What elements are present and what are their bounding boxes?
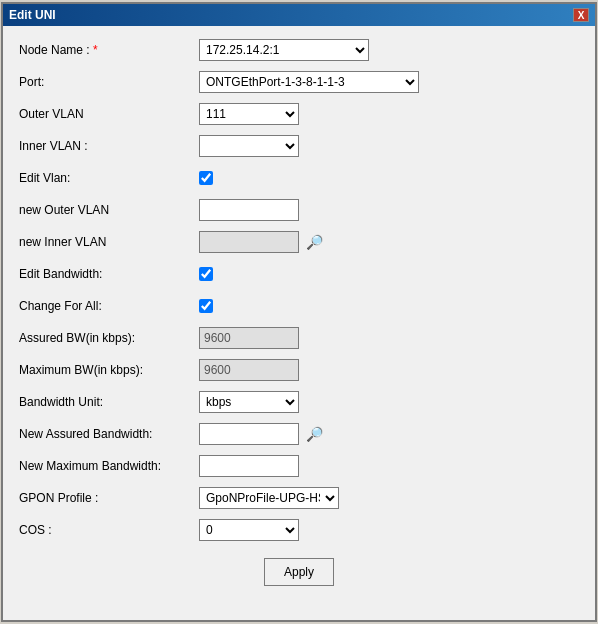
- new-inner-vlan-label: new Inner VLAN: [19, 235, 199, 249]
- bw-unit-label: Bandwidth Unit:: [19, 395, 199, 409]
- new-max-bw-input[interactable]: [199, 455, 299, 477]
- node-name-select[interactable]: 172.25.14.2:1: [199, 39, 369, 61]
- apply-button[interactable]: Apply: [264, 558, 334, 586]
- port-select[interactable]: ONTGEthPort-1-3-8-1-1-3: [199, 71, 419, 93]
- change-for-all-row: Change For All:: [19, 294, 579, 318]
- new-assured-bw-input[interactable]: [199, 423, 299, 445]
- assured-bw-row: Assured BW(in kbps):: [19, 326, 579, 350]
- inner-vlan-row: Inner VLAN :: [19, 134, 579, 158]
- cos-label: COS :: [19, 523, 199, 537]
- new-max-bw-row: New Maximum Bandwidth:: [19, 454, 579, 478]
- outer-vlan-field-group: 111: [199, 103, 299, 125]
- new-inner-vlan-search-icon[interactable]: 🔎: [303, 231, 325, 253]
- edit-vlan-label: Edit Vlan:: [19, 171, 199, 185]
- node-name-label: Node Name :: [19, 43, 199, 57]
- change-for-all-checkbox[interactable]: [199, 299, 213, 313]
- new-outer-vlan-input[interactable]: [199, 199, 299, 221]
- gpon-profile-row: GPON Profile : GpoNProFile-UPG-HSI: [19, 486, 579, 510]
- outer-vlan-select[interactable]: 111: [199, 103, 299, 125]
- port-label: Port:: [19, 75, 199, 89]
- bw-unit-row: Bandwidth Unit: kbps Mbps: [19, 390, 579, 414]
- bw-unit-select[interactable]: kbps Mbps: [199, 391, 299, 413]
- gpon-profile-label: GPON Profile :: [19, 491, 199, 505]
- inner-vlan-field-group: [199, 135, 299, 157]
- title-bar: Edit UNI X: [3, 4, 595, 26]
- edit-vlan-row: Edit Vlan:: [19, 166, 579, 190]
- close-button[interactable]: X: [573, 8, 589, 22]
- new-inner-vlan-input[interactable]: [199, 231, 299, 253]
- max-bw-label: Maximum BW(in kbps):: [19, 363, 199, 377]
- apply-row: Apply: [19, 558, 579, 586]
- node-name-row: Node Name : 172.25.14.2:1: [19, 38, 579, 62]
- new-max-bw-label: New Maximum Bandwidth:: [19, 459, 199, 473]
- new-inner-vlan-field-group: 🔎: [199, 231, 325, 253]
- max-bw-row: Maximum BW(in kbps):: [19, 358, 579, 382]
- new-assured-bw-search-icon[interactable]: 🔎: [303, 423, 325, 445]
- new-assured-bw-field-group: 🔎: [199, 423, 325, 445]
- max-bw-input: [199, 359, 299, 381]
- cos-select[interactable]: 0 1 2 3 4 5 6 7: [199, 519, 299, 541]
- window-title: Edit UNI: [9, 8, 56, 22]
- edit-bandwidth-row: Edit Bandwidth:: [19, 262, 579, 286]
- node-name-field-group: 172.25.14.2:1: [199, 39, 369, 61]
- new-outer-vlan-row: new Outer VLAN: [19, 198, 579, 222]
- gpon-profile-select[interactable]: GpoNProFile-UPG-HSI: [199, 487, 339, 509]
- form-content: Node Name : 172.25.14.2:1 Port: ONTGEthP…: [3, 26, 595, 620]
- edit-uni-window: Edit UNI X Node Name : 172.25.14.2:1 Por…: [1, 2, 597, 622]
- assured-bw-input: [199, 327, 299, 349]
- inner-vlan-label: Inner VLAN :: [19, 139, 199, 153]
- edit-bandwidth-checkbox[interactable]: [199, 267, 213, 281]
- cos-row: COS : 0 1 2 3 4 5 6 7: [19, 518, 579, 542]
- outer-vlan-label: Outer VLAN: [19, 107, 199, 121]
- assured-bw-label: Assured BW(in kbps):: [19, 331, 199, 345]
- edit-vlan-checkbox[interactable]: [199, 171, 213, 185]
- new-inner-vlan-row: new Inner VLAN 🔎: [19, 230, 579, 254]
- port-row: Port: ONTGEthPort-1-3-8-1-1-3: [19, 70, 579, 94]
- inner-vlan-select[interactable]: [199, 135, 299, 157]
- new-assured-bw-label: New Assured Bandwidth:: [19, 427, 199, 441]
- edit-bandwidth-label: Edit Bandwidth:: [19, 267, 199, 281]
- port-field-group: ONTGEthPort-1-3-8-1-1-3: [199, 71, 419, 93]
- outer-vlan-row: Outer VLAN 111: [19, 102, 579, 126]
- change-for-all-label: Change For All:: [19, 299, 199, 313]
- new-assured-bw-row: New Assured Bandwidth: 🔎: [19, 422, 579, 446]
- new-outer-vlan-label: new Outer VLAN: [19, 203, 199, 217]
